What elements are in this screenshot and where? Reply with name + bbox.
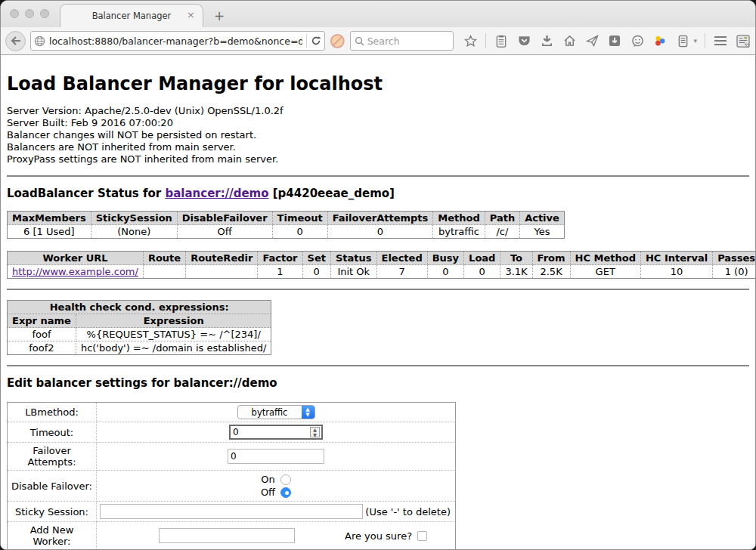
notes-icon[interactable] bbox=[675, 33, 690, 48]
divider bbox=[7, 289, 749, 290]
back-button[interactable] bbox=[5, 31, 26, 51]
column-header: Factor bbox=[258, 252, 302, 265]
tab-title: Balancer Manager bbox=[92, 11, 172, 21]
failover-attempts-input[interactable] bbox=[228, 449, 324, 464]
worker-url-link[interactable]: http://www.example.com/ bbox=[12, 266, 138, 277]
divider bbox=[705, 33, 705, 48]
reading-list-icon[interactable] bbox=[494, 33, 509, 48]
cell: 0 bbox=[302, 265, 330, 279]
menu-icon[interactable] bbox=[713, 33, 728, 48]
sticky-session-input[interactable] bbox=[100, 504, 363, 519]
timeout-input[interactable] bbox=[229, 425, 323, 440]
column-header: From bbox=[532, 252, 570, 265]
form-row-add-worker: Add New Worker: Are you sure? bbox=[8, 522, 456, 550]
url-text[interactable]: localhost:8880/balancer-manager?b=demo&n… bbox=[49, 36, 302, 47]
cell: %{REQUEST_STATUS} =~ /^[234]/ bbox=[76, 328, 271, 341]
new-tab-button[interactable]: + bbox=[214, 8, 225, 23]
form-row-lbmethod: LBmethod: bytraffic ▲▼ bbox=[8, 403, 456, 422]
navigation-toolbar: localhost:8880/balancer-manager?b=demo&n… bbox=[1, 27, 755, 55]
cell: bytraffic bbox=[433, 225, 485, 239]
are-you-sure-checkbox[interactable] bbox=[417, 531, 427, 541]
balancer-demo-link[interactable]: balancer://demo bbox=[165, 187, 268, 200]
cell: 6 [1 Used] bbox=[8, 225, 91, 239]
column-header: RouteRedir bbox=[186, 252, 258, 265]
back-icon bbox=[11, 36, 21, 45]
divider bbox=[7, 175, 749, 177]
column-header: HC Interval bbox=[640, 252, 712, 265]
column-header: Load bbox=[464, 252, 500, 265]
pocket-icon[interactable] bbox=[516, 33, 531, 48]
block-icon[interactable] bbox=[330, 33, 345, 49]
form-row-disable-failover: Disable Failover: On Off bbox=[8, 471, 456, 502]
tab-close-icon[interactable]: × bbox=[187, 10, 195, 20]
column-header: Status bbox=[330, 252, 376, 265]
select-stepper-icon: ▲▼ bbox=[302, 405, 314, 419]
column-header: Expression bbox=[76, 314, 271, 328]
cell: Off bbox=[177, 225, 272, 239]
send-icon[interactable] bbox=[584, 33, 600, 48]
number-stepper-icon[interactable]: ▲▼ bbox=[310, 427, 320, 437]
sticky-session-label: Sticky Session: bbox=[8, 502, 97, 522]
save-square-icon[interactable] bbox=[607, 33, 622, 48]
table-header-row: MaxMembers StickySession DisableFailover… bbox=[8, 212, 565, 225]
cell: 1 bbox=[258, 265, 302, 279]
balancer-settings-form: LBmethod: bytraffic ▲▼ Timeout: ▲▼ bbox=[7, 402, 456, 549]
tab-balancer-manager[interactable]: Balancer Manager × bbox=[60, 4, 203, 27]
search-input[interactable] bbox=[367, 36, 443, 47]
tab-strip: Balancer Manager × + bbox=[1, 1, 755, 27]
dropdown-caret-icon[interactable]: ▾ bbox=[693, 37, 697, 45]
divider bbox=[485, 33, 486, 48]
grid-icon[interactable] bbox=[736, 33, 751, 48]
cell bbox=[186, 265, 258, 279]
disable-failover-off-radio[interactable] bbox=[280, 487, 291, 498]
server-version-line: Server Version: Apache/2.5.0-dev (Unix) … bbox=[7, 105, 749, 117]
download-icon[interactable] bbox=[539, 33, 554, 48]
bookmark-star-icon[interactable] bbox=[463, 33, 478, 48]
disable-failover-label: Disable Failover: bbox=[8, 471, 97, 502]
column-header: StickySession bbox=[91, 212, 177, 225]
edit-settings-heading: Edit balancer settings for balancer://de… bbox=[7, 376, 749, 390]
disable-failover-on-radio[interactable] bbox=[280, 474, 291, 485]
page-title: Load Balancer Manager for localhost bbox=[7, 73, 749, 94]
cell: 7 bbox=[376, 265, 427, 279]
cell: /c/ bbox=[485, 225, 519, 239]
close-window-button[interactable] bbox=[10, 9, 19, 18]
column-header: Expr name bbox=[8, 314, 76, 328]
home-icon[interactable] bbox=[562, 33, 577, 48]
status-heading: LoadBalancer Status for balancer://demo … bbox=[7, 187, 749, 200]
column-header: Set bbox=[302, 252, 330, 265]
zoom-window-button[interactable] bbox=[40, 9, 49, 18]
color-dots-icon[interactable] bbox=[652, 33, 668, 48]
address-bar[interactable]: localhost:8880/balancer-manager?b=demo&n… bbox=[30, 31, 325, 51]
search-box[interactable] bbox=[350, 31, 454, 51]
inherit-note-line: Balancers are NOT inherited from main se… bbox=[7, 141, 749, 153]
form-row-sticky-session: Sticky Session: (Use '-' to delete) bbox=[8, 502, 456, 522]
reload-icon[interactable] bbox=[311, 36, 321, 46]
add-worker-input[interactable] bbox=[159, 528, 295, 543]
balancer-status-table: MaxMembers StickySession DisableFailover… bbox=[7, 211, 565, 239]
table-row: foof %{REQUEST_STATUS} =~ /^[234]/ bbox=[8, 328, 271, 341]
chat-smiley-icon[interactable] bbox=[630, 33, 645, 48]
health-table-title: Health check cond. expressions: bbox=[8, 301, 271, 314]
failover-attempts-label: Failover Attempts: bbox=[8, 443, 97, 471]
lbmethod-selected-value: bytraffic bbox=[238, 407, 302, 418]
table-title-row: Health check cond. expressions: bbox=[8, 301, 271, 314]
column-header: FailoverAttempts bbox=[327, 212, 433, 225]
on-radio-label: On bbox=[261, 473, 274, 486]
confirm-label: Are you sure? bbox=[345, 530, 412, 542]
globe-icon bbox=[34, 36, 45, 47]
cell: 0 bbox=[272, 225, 327, 239]
cell: Yes bbox=[520, 225, 565, 239]
table-header-row: Worker URL Route RouteRedir Factor Set S… bbox=[8, 252, 756, 265]
timeout-label: Timeout: bbox=[8, 422, 97, 443]
cell: 0 bbox=[427, 265, 463, 279]
table-row: 6 [1 Used] (None) Off 0 0 bytraffic /c/ … bbox=[8, 225, 565, 239]
toolbar-icons: ▾ bbox=[463, 33, 751, 48]
status-heading-suffix: [p4420eeae_demo] bbox=[269, 187, 395, 200]
lbmethod-select[interactable]: bytraffic ▲▼ bbox=[237, 405, 315, 419]
minimize-window-button[interactable] bbox=[25, 9, 34, 18]
column-header: Elected bbox=[376, 252, 427, 265]
table-header-row: Expr name Expression bbox=[8, 314, 271, 328]
worker-row: http://www.example.com/ 1 0 Init Ok 7 0 … bbox=[8, 265, 756, 279]
cell: (None) bbox=[91, 225, 177, 239]
